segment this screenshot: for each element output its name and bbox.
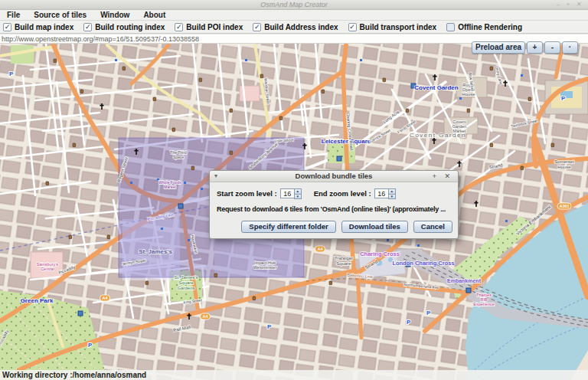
parking-icon: P — [267, 323, 272, 330]
parking-icon: P — [407, 319, 411, 326]
pub-icon — [467, 109, 470, 113]
dialog-buttons: Specify different folder Download tiles … — [241, 221, 452, 233]
cancel-button[interactable]: Cancel — [413, 221, 452, 233]
pub-icon — [260, 74, 263, 78]
map-label: Gardens — [177, 286, 194, 290]
start-zoom-arrows: ▲ ▼ — [294, 188, 302, 198]
menu-item-file[interactable]: File — [0, 10, 27, 20]
osm-url-text: http://www.openstreetmap.org/#map=16/51.… — [2, 35, 199, 43]
poi-marker-icon — [115, 59, 117, 61]
map-label: Experience — [473, 302, 495, 306]
window-controls[interactable]: ‒ + ✕ — [557, 0, 583, 9]
pub-icon — [521, 166, 524, 170]
window-title: OsmAnd Map Creator — [260, 1, 328, 8]
checkbox-build-routing-index[interactable]: ✓Build routing index — [83, 23, 165, 31]
menu-item-source-of-tiles[interactable]: Source of tiles — [27, 10, 93, 20]
start-zoom-value[interactable]: 16 — [280, 188, 294, 198]
tube-station-icon — [178, 204, 183, 208]
menu-item-window[interactable]: Window — [93, 10, 136, 20]
index-options-toolbar: ✓Build map index✓Build routing index✓Bui… — [0, 21, 588, 34]
dialog-titlebar[interactable]: ▾ Download bundle tiles + ✕ — [210, 171, 458, 182]
zoom-in-button[interactable]: + — [527, 41, 543, 54]
poi-marker-icon — [201, 188, 203, 190]
map-label: Leicester Square — [322, 138, 371, 145]
poi-marker-icon — [417, 244, 420, 247]
preload-area-button[interactable]: Preload area — [472, 41, 525, 54]
pub-icon — [107, 235, 110, 239]
checkbox-offline-rendering[interactable]: Offline Rendering — [446, 23, 522, 31]
checkbox-checked-icon[interactable]: ✓ — [175, 23, 183, 31]
pub-icon — [322, 90, 325, 93]
pub-icon — [230, 109, 233, 113]
map-label: Green Park — [21, 297, 54, 304]
poi-marker-icon — [161, 228, 163, 230]
end-zoom-arrows: ▲ ▼ — [388, 188, 396, 198]
pub-icon — [73, 143, 76, 147]
checkbox-unchecked-icon[interactable] — [446, 23, 455, 31]
poi-marker-icon — [505, 220, 508, 222]
map-control-buttons: Preload area + - · — [472, 41, 578, 54]
checkbox-checked-icon[interactable]: ✓ — [83, 23, 92, 31]
poi-marker-icon — [130, 182, 132, 184]
zoom-out-button[interactable]: - — [544, 41, 560, 54]
checkbox-label: Build POI index — [186, 23, 243, 31]
pub-icon — [153, 97, 156, 101]
pub-icon — [329, 281, 332, 285]
map-label: Market — [453, 129, 466, 133]
spinner-down-icon[interactable]: ▼ — [294, 194, 302, 200]
end-zoom-value[interactable]: 16 — [374, 188, 388, 198]
map-label: House — [462, 92, 475, 97]
map-label: Market — [164, 185, 176, 189]
poi-marker-icon — [459, 97, 462, 100]
map-label: St. James's — [175, 275, 198, 280]
road-ref-badge-text: A301 — [559, 204, 569, 208]
map-label: St. James's — [139, 248, 172, 255]
pub-icon — [145, 281, 149, 285]
pub-icon — [383, 78, 386, 82]
poi-marker-icon — [245, 59, 247, 61]
pub-icon — [528, 97, 531, 101]
map-label: Westminster — [253, 265, 277, 270]
pub-icon — [490, 143, 493, 147]
menu-item-about[interactable]: About — [136, 10, 172, 20]
pub-icon — [199, 78, 202, 82]
checkbox-build-transport-index[interactable]: ✓Build transport index — [348, 23, 437, 31]
road-ref-badge-text: A4 — [317, 247, 323, 251]
spinner-down-icon[interactable]: ▼ — [388, 194, 396, 200]
checkbox-label: Offline Rendering — [458, 23, 522, 31]
poi-marker-icon — [184, 182, 186, 184]
download-request-message: Request to download 6 tiles from 'OsmAnd… — [210, 198, 458, 213]
pub-icon — [214, 274, 217, 277]
status-bar: Working directory :/home/anna/osmand — [0, 370, 588, 380]
map-label: Trafalgar — [335, 256, 353, 260]
map-label: House — [557, 165, 571, 169]
poi-marker-icon — [521, 74, 523, 77]
extra-map-button[interactable]: · — [562, 41, 578, 54]
map-label: Charing Cross — [360, 251, 400, 257]
start-zoom-spinner[interactable]: 16 ▲ ▼ — [280, 188, 302, 198]
checkbox-checked-icon[interactable]: ✓ — [3, 23, 11, 31]
poi-marker-icon — [360, 59, 362, 61]
dialog-window-icons[interactable]: + ✕ — [433, 171, 453, 182]
parking-icon: P — [561, 95, 566, 102]
checkbox-build-address-index[interactable]: ✓Build Address index — [253, 23, 338, 31]
road-ref-badge-text: A4 — [202, 314, 208, 319]
pub-icon — [279, 116, 283, 120]
checkbox-checked-icon[interactable]: ✓ — [348, 23, 357, 31]
dialog-menu-icon[interactable]: ▾ — [214, 171, 217, 182]
end-zoom-spinner[interactable]: 16 ▲ ▼ — [374, 188, 396, 198]
pub-icon — [80, 90, 83, 93]
zoom-level-row: Start zoom level : 16 ▲ ▼ End zoom level… — [210, 182, 458, 198]
checkbox-build-map-index[interactable]: ✓Build map index — [3, 23, 74, 31]
download-tiles-button[interactable]: Download tiles — [341, 221, 408, 233]
window-titlebar[interactable]: OsmAnd Map Creator ‒ + ✕ — [0, 0, 588, 10]
working-directory-text: Working directory :/home/anna/osmand — [2, 371, 146, 379]
map-label: Square — [336, 261, 351, 266]
pub-icon — [54, 59, 57, 63]
checkbox-build-poi-index[interactable]: ✓Build POI index — [175, 23, 243, 31]
poi-marker-icon — [387, 239, 389, 241]
checkbox-checked-icon[interactable]: ✓ — [253, 23, 261, 31]
pub-icon — [191, 166, 194, 170]
specify-different-folder-button[interactable]: Specify different folder — [241, 221, 335, 233]
osmand-map-creator-window: { "window": { "title": "OsmAnd Map Creat… — [0, 0, 588, 380]
